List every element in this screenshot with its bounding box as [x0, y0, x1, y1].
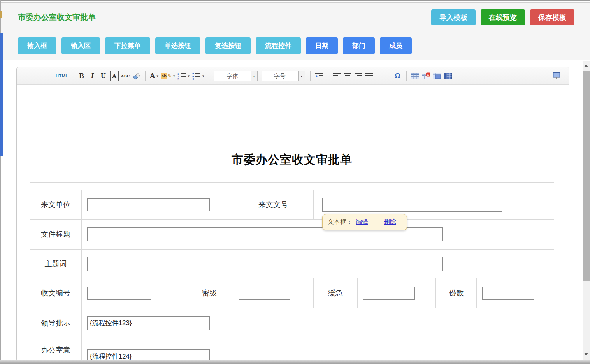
chevron-down-icon[interactable]: ▾ [298, 71, 305, 81]
header-panel: 市委办公室收文审批单 导入模板 在线预览 保存模板 输入框 输入区 下拉菜单 单… [1, 2, 590, 60]
cell-copies [477, 278, 554, 308]
cell-security-level [233, 278, 314, 308]
chevron-down-icon[interactable]: ▾ [251, 71, 257, 81]
insert-flow-control-button[interactable]: 流程控件 [256, 37, 301, 54]
online-preview-button[interactable]: 在线预览 [481, 9, 525, 25]
flow-control-124-input[interactable] [87, 349, 210, 361]
table-row: 主题词 [30, 250, 554, 278]
bold-icon[interactable]: B [77, 71, 86, 81]
cell-office-opinion [82, 338, 554, 361]
label-leader-comments: 领导批示 [30, 308, 82, 338]
highlight-color-icon[interactable]: ab ✎ ▾ [161, 71, 175, 81]
ordered-list-icon[interactable]: 1 2 3 ▾ [177, 71, 190, 81]
widget-toolbar: 输入框 输入区 下拉菜单 单选按钮 复选按钮 流程控件 日期 部门 成员 [18, 37, 412, 54]
flow-control-123-input[interactable] [87, 316, 210, 330]
font-size-select[interactable]: 字号 ▾ [262, 71, 305, 81]
label-document-number: 来文文号 [233, 190, 314, 219]
cell-leader-comments [82, 308, 554, 338]
template-action-buttons: 导入模板 在线预览 保存模板 [431, 9, 574, 25]
table-cell-properties-icon[interactable] [433, 71, 441, 81]
horizontal-rule-icon[interactable] [383, 71, 391, 81]
html-source-button[interactable]: HTML [56, 71, 68, 81]
text-box-control-tooltip: 文本框： 编辑 删除 [322, 214, 407, 230]
table-row: 领导批示 [30, 308, 554, 338]
page-title: 市委办公室收文审批单 [18, 12, 96, 23]
table-properties-icon[interactable] [444, 71, 452, 81]
toolbar-separator [310, 71, 311, 81]
align-center-icon[interactable] [343, 71, 352, 81]
svg-text:2: 2 [177, 75, 179, 78]
svg-text:×: × [427, 72, 429, 76]
vertical-scrollbar[interactable] [583, 61, 590, 364]
insert-department-button[interactable]: 部门 [343, 37, 375, 54]
background-window-blue-strip [0, 33, 3, 156]
fullscreen-preview-icon[interactable] [552, 71, 561, 81]
cell-source-unit [82, 190, 233, 219]
insert-dropdown-button[interactable]: 下拉菜单 [105, 37, 150, 54]
label-office-opinion: 办公室意 [30, 338, 82, 361]
scroll-up-arrow-icon[interactable] [584, 64, 588, 67]
svg-text:1: 1 [177, 72, 179, 75]
label-security-level: 密级 [186, 278, 233, 308]
background-window-fragment [0, 11, 2, 18]
table-row: 办公室意 [30, 338, 554, 361]
editor-document-area[interactable]: 市委办公室收文审批单 来文单位 来文文号 文件标题 [17, 85, 569, 361]
align-left-icon[interactable] [332, 71, 341, 81]
insert-member-button[interactable]: 成员 [380, 37, 412, 54]
justify-icon[interactable] [365, 71, 374, 81]
remove-format-eraser-icon[interactable] [132, 71, 141, 81]
insert-date-button[interactable]: 日期 [306, 37, 338, 54]
keywords-input[interactable] [87, 257, 443, 271]
font-color-icon[interactable]: A ▾ [150, 71, 158, 81]
insert-checkbox-button[interactable]: 复选按钮 [205, 37, 251, 54]
import-template-button[interactable]: 导入模板 [431, 9, 476, 25]
align-right-icon[interactable] [354, 71, 363, 81]
save-template-button[interactable]: 保存模板 [530, 9, 574, 25]
table-row: 收文编号 密级 缓急 份数 [30, 278, 554, 308]
cell-document-title [82, 220, 554, 249]
svg-text:3: 3 [177, 78, 179, 80]
rich-text-editor: HTML B I U A ABC A ▾ ab ✎ ▾ 1 [16, 67, 569, 361]
cell-urgency [358, 278, 436, 308]
urgency-input[interactable] [363, 287, 415, 300]
copies-input[interactable] [482, 287, 534, 300]
toolbar-separator [145, 71, 146, 81]
toolbar-separator [378, 71, 378, 81]
label-urgency: 缓急 [314, 278, 358, 308]
special-char-icon[interactable]: Ω [393, 71, 402, 81]
strikethrough-icon[interactable]: ABC [121, 71, 130, 81]
approval-form-table: 来文单位 来文文号 文件标题 主题词 [30, 190, 554, 361]
unordered-list-icon[interactable]: ▾ [192, 71, 204, 81]
document-title: 市委办公室收文审批单 [232, 152, 352, 168]
label-keywords: 主题词 [30, 250, 82, 278]
label-source-unit: 来文单位 [30, 190, 82, 219]
source-unit-input[interactable] [87, 198, 210, 211]
scrollbar-thumb[interactable] [583, 71, 590, 281]
text-border-icon[interactable]: A [110, 71, 119, 81]
window-bottom-edge [0, 360, 590, 364]
underline-icon[interactable]: U [99, 71, 108, 81]
insert-table-icon[interactable] [411, 71, 420, 81]
receipt-number-input[interactable] [87, 287, 151, 300]
toolbar-separator [406, 71, 407, 81]
label-copies: 份数 [436, 278, 477, 308]
insert-radio-button[interactable]: 单选按钮 [155, 37, 200, 54]
table-row: 文件标题 [30, 220, 554, 250]
italic-icon[interactable]: I [88, 71, 97, 81]
cell-receipt-number [82, 278, 186, 308]
label-receipt-number: 收文编号 [30, 278, 82, 308]
delete-table-icon[interactable]: × [422, 71, 430, 81]
document-title-block[interactable]: 市委办公室收文审批单 [30, 137, 554, 183]
delete-control-link[interactable]: 删除 [384, 218, 396, 226]
insert-input-box-button[interactable]: 输入框 [18, 37, 56, 54]
security-level-input[interactable] [239, 287, 290, 300]
scroll-down-arrow-icon[interactable] [584, 353, 588, 356]
insert-textarea-button[interactable]: 输入区 [61, 37, 100, 54]
label-document-title: 文件标题 [30, 220, 82, 249]
font-family-select[interactable]: 字体 ▾ [214, 71, 258, 81]
toolbar-separator [73, 71, 73, 81]
document-number-input[interactable] [322, 198, 502, 212]
edit-control-link[interactable]: 编辑 [356, 218, 368, 226]
indent-icon[interactable] [315, 71, 323, 81]
editor-toolbar: HTML B I U A ABC A ▾ ab ✎ ▾ 1 [17, 67, 569, 85]
